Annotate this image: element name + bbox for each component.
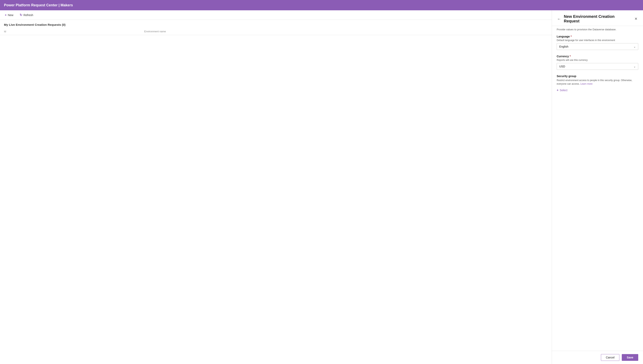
side-panel-footer: Cancel Save [552,351,643,364]
language-required-star: * [570,35,571,38]
language-label: Language * [557,35,638,38]
close-button[interactable]: ✕ [634,16,638,22]
learn-more-link[interactable]: Learn more [580,82,592,85]
security-group-select-label: Select [560,88,567,92]
table-container: Id Environment name [0,28,552,364]
security-group-section: Security group Restrict environment acce… [557,74,638,93]
new-button[interactable]: + New [3,12,15,18]
side-panel-title: New Environment Creation Request [564,14,631,24]
top-bar: Power Platform Request Center | Makers [0,0,643,10]
main-layout: + New ↻ Refresh My Live Environment Crea… [0,10,643,364]
app-title: Power Platform Request Center | Makers [4,3,73,7]
save-button[interactable]: Save [622,354,638,361]
side-panel-subtitle: Provide values to provision the Datavers… [552,26,643,31]
currency-select[interactable]: USD EUR GBP JPY [557,63,638,70]
currency-section: Currency * Reports will use this currenc… [557,55,638,70]
side-panel: ← New Environment Creation Request ✕ Pro… [552,10,643,364]
new-button-label: New [8,14,13,17]
language-select-wrapper: English French Spanish German ⌄ [557,43,638,50]
language-section: Language * Default language for user int… [557,35,638,50]
side-panel-header: ← New Environment Creation Request ✕ [552,10,643,26]
refresh-button[interactable]: ↻ Refresh [18,12,35,18]
list-header: My Live Environment Creation Requests (0… [0,20,552,28]
security-group-plus-icon: + [557,88,558,92]
plus-icon: + [5,13,7,17]
currency-hint: Reports will use this currency [557,59,638,62]
security-group-hint: Restrict environment access to people in… [557,78,638,86]
left-panel: + New ↻ Refresh My Live Environment Crea… [0,10,552,364]
side-panel-body: Language * Default language for user int… [552,31,643,351]
column-header-env-name: Environment name [140,28,552,35]
currency-label: Currency * [557,55,638,58]
refresh-icon: ↻ [20,13,22,17]
column-header-id: Id [0,28,140,35]
currency-required-star: * [570,55,570,58]
cancel-button[interactable]: Cancel [601,354,619,361]
back-button[interactable]: ← [557,16,561,22]
toolbar: + New ↻ Refresh [0,10,552,20]
refresh-button-label: Refresh [24,14,33,17]
security-group-label: Security group [557,74,638,78]
table-header: Id Environment name [0,28,552,35]
table-header-row: Id Environment name [0,28,552,35]
language-select[interactable]: English French Spanish German [557,43,638,50]
currency-select-wrapper: USD EUR GBP JPY ⌄ [557,63,638,70]
security-group-select-button[interactable]: + Select [557,88,567,93]
requests-table: Id Environment name [0,28,552,35]
language-hint: Default language for user interfaces in … [557,39,638,42]
